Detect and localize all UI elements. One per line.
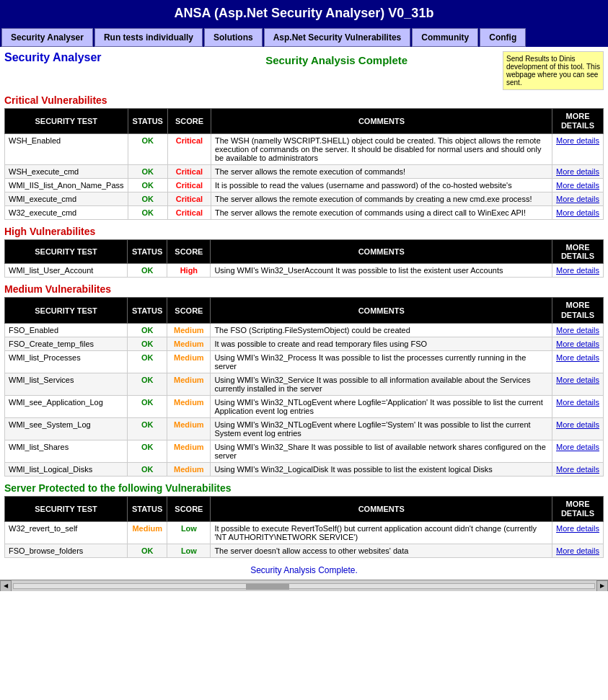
cell-status: OK bbox=[128, 192, 167, 206]
cell-test: FSO_Enabled bbox=[5, 323, 128, 337]
protected-th-test: SECURITY TEST bbox=[5, 496, 128, 521]
cell-more-details[interactable]: More details bbox=[552, 440, 604, 462]
scroll-right-button[interactable]: ▶ bbox=[596, 580, 608, 592]
more-details-link[interactable]: More details bbox=[556, 376, 599, 384]
cell-test: FSO_browse_folders bbox=[5, 544, 128, 558]
cell-more-details[interactable]: More details bbox=[552, 206, 604, 220]
nav-security-analyser[interactable]: Security Analyser bbox=[1, 28, 93, 47]
cell-score: Medium bbox=[167, 323, 211, 337]
cell-status: OK bbox=[128, 417, 167, 440]
cell-score: Low bbox=[167, 544, 211, 558]
more-details-link[interactable]: More details bbox=[556, 181, 599, 190]
protected-th-status: STATUS bbox=[128, 496, 167, 521]
more-details-link[interactable]: More details bbox=[556, 266, 599, 275]
cell-test: W32_execute_cmd bbox=[5, 206, 128, 220]
page-title: Security Analyser bbox=[4, 51, 170, 64]
table-row: WMI_list_SharesOKMediumUsing WMI's Win32… bbox=[5, 440, 604, 462]
protected-section-title: Server Protected to the following Vulner… bbox=[4, 482, 604, 494]
cell-more-details[interactable]: More details bbox=[552, 373, 604, 395]
nav-run-tests[interactable]: Run tests individually bbox=[94, 28, 203, 47]
cell-status: OK bbox=[128, 323, 167, 337]
cell-comments: Using WMI's Win32_UserAccount It was pos… bbox=[211, 264, 552, 278]
more-details-link[interactable]: More details bbox=[556, 326, 599, 335]
more-details-link[interactable]: More details bbox=[556, 136, 599, 145]
more-details-link[interactable]: More details bbox=[556, 340, 599, 348]
medium-th-comments: COMMENTS bbox=[211, 298, 552, 323]
cell-status: OK bbox=[128, 440, 167, 462]
cell-score: Medium bbox=[167, 462, 211, 476]
nav-vulnerabilities[interactable]: Asp.Net Security Vulnerabilites bbox=[264, 28, 411, 47]
cell-comments: The WSH (namelly WSCRIPT.SHELL) object c… bbox=[211, 134, 552, 165]
cell-more-details[interactable]: More details bbox=[552, 395, 604, 417]
table-row: WMI_list_Logical_DisksOKMediumUsing WMI'… bbox=[5, 462, 604, 476]
send-results-box[interactable]: Send Results to Dinis development of thi… bbox=[503, 51, 604, 90]
cell-comments: Using WMI's Win32_Process It was possibl… bbox=[211, 350, 552, 373]
table-row: FSO_browse_foldersOKLowThe server doesn'… bbox=[5, 544, 604, 558]
cell-more-details[interactable]: More details bbox=[552, 165, 604, 179]
cell-more-details[interactable]: More details bbox=[552, 264, 604, 278]
protected-th-score: SCORE bbox=[167, 496, 211, 521]
app-title: ANSA (Asp.Net Security Analyser) V0_31b bbox=[0, 0, 608, 27]
cell-more-details[interactable]: More details bbox=[552, 134, 604, 165]
scrollbar: ◀ ▶ bbox=[0, 580, 608, 591]
more-details-link[interactable]: More details bbox=[556, 465, 599, 474]
cell-score: Critical bbox=[167, 165, 211, 179]
table-row: FSO_EnabledOKMediumThe FSO (Scripting.Fi… bbox=[5, 323, 604, 337]
cell-comments: Using WMI's Win32_Service It was possibl… bbox=[211, 373, 552, 395]
cell-score: High bbox=[167, 264, 211, 278]
nav-solutions[interactable]: Solutions bbox=[204, 28, 263, 47]
cell-more-details[interactable]: More details bbox=[552, 522, 604, 544]
more-details-link[interactable]: More details bbox=[556, 524, 599, 533]
more-details-link[interactable]: More details bbox=[556, 167, 599, 176]
table-row: FSO_Create_temp_filesOKMediumIt was poss… bbox=[5, 337, 604, 350]
more-details-link[interactable]: More details bbox=[556, 195, 599, 203]
more-details-link[interactable]: More details bbox=[556, 398, 599, 407]
more-details-link[interactable]: More details bbox=[556, 443, 599, 451]
cell-test: WMI_execute_cmd bbox=[5, 192, 128, 206]
high-th-score: SCORE bbox=[167, 240, 211, 264]
cell-score: Critical bbox=[167, 134, 211, 165]
cell-status: OK bbox=[128, 373, 167, 395]
table-row: WMI_see_System_LogOKMediumUsing WMI's Wi… bbox=[5, 417, 604, 440]
cell-score: Medium bbox=[167, 417, 211, 440]
nav-community[interactable]: Community bbox=[412, 28, 478, 47]
high-th-test: SECURITY TEST bbox=[5, 240, 128, 264]
more-details-link[interactable]: More details bbox=[556, 353, 599, 362]
cell-more-details[interactable]: More details bbox=[552, 192, 604, 206]
scroll-thumb[interactable] bbox=[246, 584, 289, 590]
scroll-track[interactable] bbox=[13, 583, 595, 589]
critical-th-status: STATUS bbox=[128, 109, 167, 134]
cell-test: WSH_execute_cmd bbox=[5, 165, 128, 179]
cell-comments: It is possible to read the values (usern… bbox=[211, 179, 552, 192]
table-row: W32_execute_cmdOKCriticalThe server allo… bbox=[5, 206, 604, 220]
critical-section-title: Critical Vulnerabilites bbox=[4, 94, 604, 106]
cell-more-details[interactable]: More details bbox=[552, 337, 604, 350]
cell-more-details[interactable]: More details bbox=[552, 544, 604, 558]
cell-more-details[interactable]: More details bbox=[552, 462, 604, 476]
critical-table: SECURITY TEST STATUS SCORE COMMENTS MORE… bbox=[4, 108, 604, 220]
cell-test: WMI_list_User_Account bbox=[5, 264, 128, 278]
cell-more-details[interactable]: More details bbox=[552, 179, 604, 192]
cell-status: OK bbox=[128, 206, 167, 220]
more-details-link[interactable]: More details bbox=[556, 420, 599, 429]
scroll-left-button[interactable]: ◀ bbox=[0, 580, 12, 592]
protected-table: SECURITY TEST STATUS SCORE COMMENTS MORE… bbox=[4, 496, 604, 558]
cell-more-details[interactable]: More details bbox=[552, 350, 604, 373]
cell-comments: The server allows the remote execution o… bbox=[211, 206, 552, 220]
cell-comments: It possible to execute RevertToSelf() bu… bbox=[211, 522, 552, 544]
table-row: WMI_see_Application_LogOKMediumUsing WMI… bbox=[5, 395, 604, 417]
medium-th-status: STATUS bbox=[128, 298, 167, 323]
cell-status: OK bbox=[128, 337, 167, 350]
cell-test: WMI_list_Shares bbox=[5, 440, 128, 462]
cell-more-details[interactable]: More details bbox=[552, 417, 604, 440]
critical-th-more: MOREDETAILS bbox=[552, 109, 604, 134]
cell-more-details[interactable]: More details bbox=[552, 323, 604, 337]
more-details-link[interactable]: More details bbox=[556, 208, 599, 217]
more-details-link[interactable]: More details bbox=[556, 546, 599, 555]
cell-comments: The server allows the remote execution o… bbox=[211, 165, 552, 179]
table-row: W32_revert_to_selfMediumLowIt possible t… bbox=[5, 522, 604, 544]
nav-config[interactable]: Config bbox=[480, 28, 526, 47]
medium-table: SECURITY TEST STATUS SCORE COMMENTS MORE… bbox=[4, 297, 604, 476]
cell-status: OK bbox=[128, 134, 167, 165]
cell-status: OK bbox=[128, 264, 167, 278]
